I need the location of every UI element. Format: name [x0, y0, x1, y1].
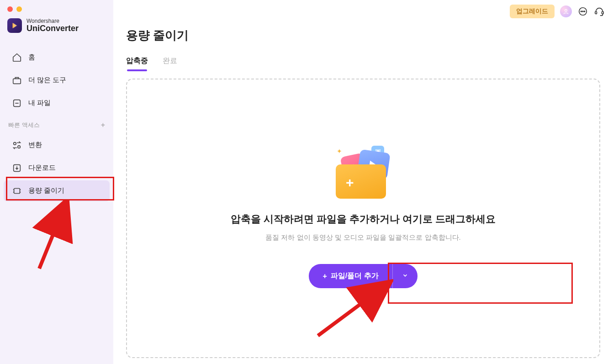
svg-rect-13 [602, 11, 604, 14]
nav-label: 홈 [28, 53, 35, 62]
tabs: 압축중 완료 [126, 56, 600, 69]
nav-label: 더 많은 도구 [28, 76, 66, 84]
folder-illustration: ✦ ▣ ♪ ▶ + [331, 148, 395, 199]
quick-access-header: 빠른 액세스 + [0, 116, 113, 133]
files-icon [12, 98, 22, 108]
svg-point-3 [14, 142, 16, 145]
quick-access-label: 빠른 액세스 [8, 121, 40, 129]
drop-zone[interactable]: ✦ ▣ ♪ ▶ + 압축을 시작하려면 파일을 추가하거나 여기로 드래그하세요… [126, 79, 600, 358]
main-panel: 업그레이드 용량 줄이기 압축중 완료 ✦ ▣ ♪ ▶ + 압축을 시작하려면 … [113, 0, 613, 364]
qa-convert[interactable]: 변환 [4, 135, 110, 156]
nav-label: 내 파일 [28, 99, 51, 107]
folder-icon [336, 164, 386, 199]
svg-rect-6 [14, 188, 20, 193]
page-title: 용량 줄이기 [126, 27, 600, 43]
nav-label: 용량 줄이기 [28, 186, 64, 195]
add-files-dropdown-button[interactable] [393, 264, 417, 288]
nav-more-tools[interactable]: 더 많은 도구 [4, 70, 110, 91]
nav-label: 다운로드 [28, 164, 56, 172]
svg-point-7 [565, 9, 567, 11]
qa-compress[interactable]: 용량 줄이기 [4, 180, 110, 201]
avatar[interactable] [560, 5, 572, 17]
topbar: 업그레이드 [510, 5, 605, 18]
dropzone-subheading: 품질 저하 없이 동영상 및 오디오 파일을 일괄적으로 압축합니다. [265, 233, 461, 242]
add-files-button-group: + 파일/폴더 추가 [309, 264, 417, 288]
add-files-label: 파일/폴더 추가 [331, 271, 379, 281]
add-files-button[interactable]: + 파일/폴더 추가 [309, 264, 392, 288]
sidebar: Wondershare UniConverter 홈 더 많은 도구 내 파일 … [0, 0, 113, 364]
toolbox-icon [12, 75, 22, 85]
home-icon [12, 53, 22, 63]
chat-icon[interactable] [577, 6, 588, 17]
logo-line2: UniConverter [26, 24, 79, 33]
svg-rect-12 [595, 11, 597, 14]
app-logo-icon [7, 18, 22, 33]
window-minimize-dot[interactable] [16, 6, 22, 12]
svg-rect-0 [13, 79, 21, 84]
compress-icon [12, 186, 22, 196]
svg-point-11 [584, 11, 585, 12]
svg-point-4 [18, 146, 21, 148]
chevron-down-icon [402, 272, 408, 279]
tab-compressing[interactable]: 압축중 [126, 56, 148, 69]
convert-icon [12, 140, 22, 150]
nav-label: 변환 [28, 141, 42, 149]
support-icon[interactable] [594, 6, 605, 17]
quick-access-add-icon[interactable]: + [101, 121, 105, 129]
plus-icon: + [322, 272, 327, 280]
svg-point-9 [581, 11, 581, 12]
qa-download[interactable]: 다운로드 [4, 158, 110, 179]
app-logo: Wondershare UniConverter [0, 18, 113, 33]
dropzone-heading: 압축을 시작하려면 파일을 추가하거나 여기로 드래그하세요 [231, 212, 496, 226]
nav-my-files[interactable]: 내 파일 [4, 93, 110, 114]
tab-done[interactable]: 완료 [163, 56, 177, 69]
window-close-dot[interactable] [7, 6, 13, 12]
upgrade-button[interactable]: 업그레이드 [510, 5, 555, 18]
window-controls [0, 6, 113, 12]
nav-home[interactable]: 홈 [4, 47, 110, 68]
svg-point-10 [582, 11, 583, 12]
download-icon [12, 163, 22, 173]
folder-plus-icon: + [346, 175, 354, 190]
